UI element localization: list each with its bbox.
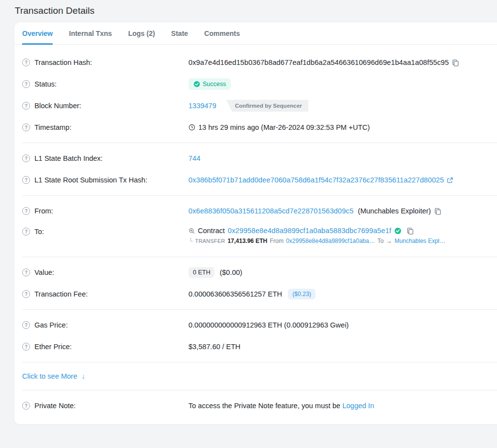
from-address-link[interactable]: 0x6e8836f050a315611208a5cd7e228701563d09… [188,207,353,215]
transfer-to-label: To [377,238,384,244]
l1-batch-index-label: L1 State Batch Index: [34,154,103,162]
value-label: Value: [34,269,54,276]
section-divider [22,257,497,257]
row-from: ? From: 0x6e8836f050a315611208a5cd7e2287… [22,200,497,222]
row-to: ? To: Contract 0x29958e8e4d8a9899cf1a0ab… [22,222,497,252]
copy-icon[interactable] [452,59,459,66]
transfer-from-address-link[interactable]: 0x29958e8e4d8a9899cf1a0aba… [286,238,375,244]
status-label: Status: [34,80,57,88]
value-eth-badge: 0 ETH [188,267,215,278]
tab-overview[interactable]: Overview [22,22,53,45]
row-private-note: ? Private Note: To access the Private No… [22,395,497,417]
external-link-icon[interactable] [447,177,453,183]
private-note-label: Private Note: [34,402,76,410]
row-l1-state-batch-index: ? L1 State Batch Index: 744 [22,148,497,169]
transfer-type: TRANSFER [195,238,225,244]
ether-price-value: $3,587.60 / ETH [188,343,241,351]
tab-comments[interactable]: Comments [204,22,240,45]
from-label: From: [34,207,53,215]
from-name-tag: (Munchables Exploiter) [358,207,431,215]
timestamp-label: Timestamp: [34,123,71,131]
row-gas-price: ? Gas Price: 0.000000000000912963 ETH (0… [22,314,497,336]
section-divider [22,309,497,310]
logged-in-link[interactable]: Logged In [342,402,374,410]
row-transaction-fee: ? Transaction Fee: 0.000063606356561257 … [22,283,497,305]
help-icon[interactable]: ? [22,269,30,276]
help-icon[interactable]: ? [22,80,30,88]
l1-root-hash-link[interactable]: 0x386b5f071b71add0dee7060a758d6a1f54c7f3… [188,176,444,184]
help-icon[interactable]: ? [22,123,30,131]
transfer-amount: 17,413.96 ETH [227,238,267,244]
section-divider [22,362,497,362]
timestamp-value: 13 hrs 29 mins ago (Mar-26-2024 09:32:53… [198,123,370,131]
block-number-label: Block Number: [34,102,81,110]
row-block-number: ? Block Number: 1339479 Confirmed by Seq… [22,95,497,117]
confirmed-by-sequencer-badge: Confirmed by Sequencer [226,100,308,112]
section-divider [22,195,497,196]
success-check-icon [193,81,200,88]
ether-price-label: Ether Price: [34,343,72,351]
section-divider [22,390,497,390]
help-icon[interactable]: ? [22,59,30,66]
row-see-more: Click to see More ↓ [22,367,497,386]
status-badge: Success [188,78,231,90]
transaction-fee-value: 0.000063606356561257 ETH [188,290,282,298]
l1-root-hash-label: L1 State Root Submission Tx Hash: [34,176,147,184]
transaction-hash-label: Transaction Hash: [34,59,92,66]
page-title: Transaction Details [0,0,497,22]
to-label: To: [34,228,44,236]
help-icon[interactable]: ? [22,207,30,215]
help-icon[interactable]: ? [22,290,30,298]
to-contract-prefix: Contract [198,227,225,235]
help-icon[interactable]: ? [22,321,30,329]
overview-panel: ? Transaction Hash: 0x9a7e4d16ed15b0367b… [14,45,497,424]
copy-icon[interactable] [434,208,441,215]
help-icon[interactable]: ? [22,228,30,236]
row-l1-state-root-tx-hash: ? L1 State Root Submission Tx Hash: 0x38… [22,169,497,191]
transaction-details-card: Overview Internal Txns Logs (2) State Co… [14,22,497,425]
help-icon[interactable]: ? [22,402,30,410]
help-icon[interactable]: ? [22,176,30,184]
help-icon[interactable]: ? [22,343,30,351]
copy-icon[interactable] [406,227,414,235]
row-status: ? Status: Success [22,73,497,95]
row-timestamp: ? Timestamp: 13 hrs 29 mins ago (Mar-26-… [22,117,497,138]
row-ether-price: ? Ether Price: $3,587.60 / ETH [22,336,497,358]
down-arrow-icon[interactable]: ↓ [82,372,85,380]
gas-price-value: 0.000000000000912963 ETH (0.000912963 Gw… [188,321,349,329]
clock-icon [188,124,195,131]
arrow-right-icon: → [386,238,392,244]
tab-state[interactable]: State [171,22,188,45]
see-more-link[interactable]: Click to see More [22,372,77,380]
section-divider [22,143,497,143]
transaction-hash-value: 0x9a7e4d16ed15b0367b8ad677eaf1db6a2a5466… [188,59,449,66]
tab-internal-txns[interactable]: Internal Txns [69,22,112,45]
transfer-from-label: From [270,238,283,244]
transaction-fee-usd-badge: ($0.23) [288,289,315,299]
row-value: ? Value: 0 ETH ($0.00) [22,262,497,283]
contract-verified-icon [394,227,402,235]
block-number-link[interactable]: 1339479 [188,102,216,110]
tab-logs[interactable]: Logs (2) [128,22,155,45]
transfer-to-name-link[interactable]: Munchables Expl… [395,238,445,244]
tab-bar: Overview Internal Txns Logs (2) State Co… [14,22,497,45]
row-transaction-hash: ? Transaction Hash: 0x9a7e4d16ed15b0367b… [22,52,497,73]
to-address-link[interactable]: 0x29958e8e4d8a9899cf1a0aba5883dbc7699a5e… [228,227,391,235]
help-icon[interactable]: ? [22,154,30,162]
internal-transfer-line: └ TRANSFER 17,413.96 ETH From 0x29958e8e… [188,238,445,244]
l1-batch-index-link[interactable]: 744 [188,154,200,162]
value-usd: ($0.00) [219,269,242,276]
corner-branch-icon: └ [188,238,193,244]
transaction-fee-label: Transaction Fee: [34,290,88,298]
help-icon[interactable]: ? [22,102,30,110]
private-note-text: To access the Private Note feature, you … [188,402,341,410]
magnifier-icon[interactable] [188,228,195,234]
gas-price-label: Gas Price: [34,321,68,329]
